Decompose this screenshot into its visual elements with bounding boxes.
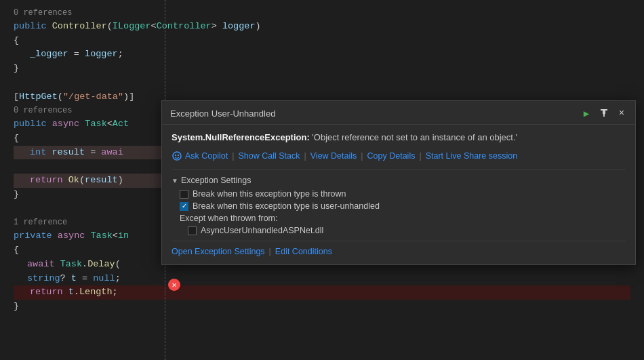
start-live-share-link[interactable]: Start Live Share session [426,151,518,161]
svg-point-3 [173,152,181,160]
checkbox-row-2: Break when this exception type is user-u… [180,201,626,211]
svg-rect-1 [603,111,605,114]
collapse-triangle: ▼ [172,177,178,184]
dll-label: AsyncUserUnhandledASPNet.dll [201,226,323,235]
exception-settings-section: ▼ Exception Settings Break when this exc… [172,169,626,256]
checkbox-row-1: Break when this exception type is thrown [180,189,626,199]
view-details-link[interactable]: View Details [310,151,357,161]
dialog-icons: ▶ × [580,106,628,120]
ref-count-2: 0 references [14,104,72,117]
copilot-icon [172,151,182,161]
show-call-stack-link[interactable]: Show Call Stack [238,151,300,161]
error-badge: ✕ [168,279,180,291]
svg-point-5 [178,155,179,156]
ref-count-3: 1 reference [14,216,67,229]
checkbox-unhandled[interactable] [180,202,188,211]
settings-header-label: Exception Settings [181,176,251,185]
exception-message: System.NullReferenceException: 'Object r… [172,132,626,144]
checkbox-dll[interactable] [188,226,197,235]
close-button[interactable]: × [615,106,628,120]
edit-conditions-link[interactable]: Edit Conditions [275,247,332,256]
dialog-body: System.NullReferenceException: 'Object r… [162,125,635,264]
svg-point-4 [175,155,176,156]
copy-details-link[interactable]: Copy Details [367,151,416,161]
continue-button[interactable]: ▶ [580,106,593,120]
checkbox-throw-label: Break when this exception type is thrown [193,189,346,199]
open-exception-settings-link[interactable]: Open Exception Settings [172,247,265,256]
exception-dialog: Exception User-Unhandled ▶ × System.Null… [161,100,636,265]
dialog-title: Exception User-Unhandled [170,108,275,119]
settings-header[interactable]: ▼ Exception Settings [172,176,626,185]
action-links: Ask Copilot | Show Call Stack | View Det… [172,151,626,161]
dialog-titlebar: Exception User-Unhandled ▶ × [162,101,635,125]
except-when-label: Except when thrown from: [180,214,626,223]
dll-row: AsyncUserUnhandledASPNet.dll [188,226,626,235]
ref-count-1: 0 references [14,7,72,20]
pin-button[interactable] [597,106,611,120]
ask-copilot-link[interactable]: Ask Copilot [185,151,228,161]
svg-rect-2 [603,114,605,117]
bottom-links: Open Exception Settings | Edit Condition… [172,241,626,256]
svg-rect-0 [601,109,607,111]
checkbox-unhandled-label: Break when this exception type is user-u… [193,201,380,211]
checkbox-throw[interactable] [180,190,188,199]
